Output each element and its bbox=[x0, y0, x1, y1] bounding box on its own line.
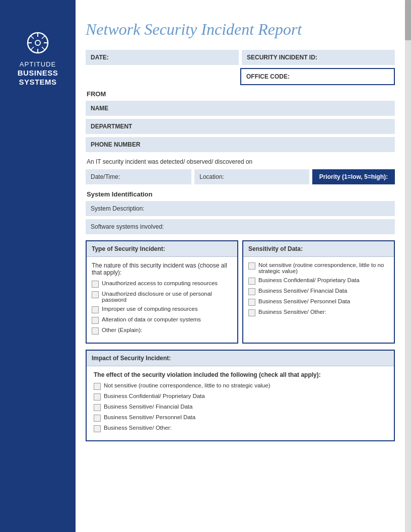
impact-checkbox-4: Business Sensitive/ Personnel Data bbox=[94, 414, 387, 422]
impact-checkbox-3: Business Sensitive/ Financial Data bbox=[94, 404, 387, 411]
i-checkbox-4[interactable] bbox=[94, 415, 101, 422]
type-label-1: Unauthorized access to computing resourc… bbox=[102, 280, 218, 286]
brand-aptitude: APTITUDE bbox=[18, 60, 58, 69]
scrollbar-thumb[interactable] bbox=[405, 0, 411, 40]
checkbox-2[interactable] bbox=[92, 291, 99, 298]
svg-line-6 bbox=[31, 36, 34, 39]
type-panel: Type of Security Incident: The nature of… bbox=[86, 240, 238, 344]
type-checkbox-4: Alteration of data or computer systems bbox=[92, 316, 232, 324]
svg-line-7 bbox=[42, 47, 45, 50]
type-label-5: Other (Explain): bbox=[102, 327, 143, 333]
s-checkbox-2[interactable] bbox=[248, 278, 255, 285]
impact-checkbox-5: Business Sensitive/ Other: bbox=[94, 425, 387, 432]
aptitude-icon bbox=[25, 30, 50, 55]
type-checkbox-2: Unauthorized disclosure or use of person… bbox=[92, 291, 232, 303]
sensitivity-label-5: Business Sensitive/ Other: bbox=[258, 309, 326, 315]
office-code-field[interactable]: OFFICE CODE: bbox=[240, 68, 395, 85]
main-content: Network Security Incident Report DATE: S… bbox=[76, 0, 405, 468]
name-field[interactable]: NAME bbox=[86, 101, 395, 116]
impact-panel: Impact of Security Incident: The effect … bbox=[86, 350, 395, 441]
type-checkbox-5: Other (Explain): bbox=[92, 327, 232, 335]
impact-checkbox-1: Not sensitive (routine correspondence, l… bbox=[94, 382, 387, 390]
impact-label-2: Business Confidential/ Proprietary Data bbox=[104, 393, 205, 399]
phone-row: PHONE NUMBER bbox=[86, 137, 395, 152]
impact-checkbox-2: Business Confidential/ Proprietary Data bbox=[94, 393, 387, 401]
name-row: NAME bbox=[86, 101, 395, 116]
svg-point-1 bbox=[35, 40, 40, 45]
software-systems-field[interactable]: Software systems involved: bbox=[86, 219, 395, 234]
type-label-4: Alteration of data or computer systems bbox=[102, 316, 201, 322]
type-label-2: Unauthorized disclosure or use of person… bbox=[102, 291, 232, 303]
svg-line-8 bbox=[42, 36, 45, 39]
sensitivity-label-4: Business Sensitive/ Personnel Data bbox=[258, 298, 350, 304]
type-checkbox-3: Improper use of computing resources bbox=[92, 306, 232, 313]
date-field[interactable]: DATE: bbox=[86, 50, 239, 65]
s-checkbox-4[interactable] bbox=[248, 299, 255, 306]
sensitivity-checkbox-4: Business Sensitive/ Personnel Data bbox=[248, 298, 389, 306]
effect-text: The effect of the security violation inc… bbox=[94, 371, 387, 378]
checkbox-4[interactable] bbox=[92, 317, 99, 324]
svg-line-9 bbox=[31, 47, 34, 50]
phone-field[interactable]: PHONE NUMBER bbox=[86, 137, 395, 152]
type-panel-body: The nature of this security incident was… bbox=[87, 257, 237, 343]
brand-text: APTITUDE BUSINESS SYSTEMS bbox=[18, 60, 58, 87]
date-incident-row: DATE: SECURITY INCIDENT ID: bbox=[86, 50, 395, 65]
brand-systems: SYSTEMS bbox=[18, 78, 58, 87]
department-field[interactable]: DEPARTMENT bbox=[86, 119, 395, 134]
sensitivity-panel-body: Not sensitive (routine correspondence, l… bbox=[243, 257, 394, 324]
page-title: Network Security Incident Report bbox=[86, 20, 395, 39]
sensitivity-checkbox-5: Business Sensitive/ Other: bbox=[248, 309, 389, 316]
system-description-field[interactable]: System Description: bbox=[86, 201, 395, 216]
detection-location-field[interactable]: Location: bbox=[194, 169, 309, 184]
i-checkbox-5[interactable] bbox=[94, 425, 101, 432]
sensitivity-label-3: Business Sensitive/ Financial Data bbox=[258, 288, 347, 294]
i-checkbox-3[interactable] bbox=[94, 404, 101, 411]
sidebar: APTITUDE BUSINESS SYSTEMS bbox=[0, 0, 76, 532]
impact-label-4: Business Sensitive/ Personnel Data bbox=[104, 414, 195, 420]
sensitivity-label-1: Not sensitive (routine correspondence, l… bbox=[258, 262, 389, 274]
office-code-row: OFFICE CODE: bbox=[86, 68, 395, 85]
nature-text: The nature of this security incident was… bbox=[92, 262, 232, 276]
impact-label-5: Business Sensitive/ Other: bbox=[104, 425, 172, 431]
impact-label-3: Business Sensitive/ Financial Data bbox=[104, 404, 192, 410]
sensitivity-checkbox-1: Not sensitive (routine correspondence, l… bbox=[248, 262, 389, 274]
impact-header: Impact of Security Incident: bbox=[87, 351, 394, 366]
sensitivity-checkbox-2: Business Confidential/ Proprietary Data bbox=[248, 277, 389, 285]
type-panel-header: Type of Security Incident: bbox=[87, 241, 237, 257]
impact-body: The effect of the security violation inc… bbox=[87, 366, 394, 440]
type-sensitivity-row: Type of Security Incident: The nature of… bbox=[86, 240, 395, 344]
sensitivity-label-2: Business Confidential/ Proprietary Data bbox=[258, 277, 360, 283]
s-checkbox-1[interactable] bbox=[248, 262, 255, 270]
incident-text: An IT security incident was detected/ ob… bbox=[87, 158, 395, 165]
scrollbar[interactable] bbox=[405, 0, 411, 532]
security-incident-id-field[interactable]: SECURITY INCIDENT ID: bbox=[242, 50, 395, 65]
i-checkbox-2[interactable] bbox=[94, 393, 101, 401]
checkbox-1[interactable] bbox=[92, 281, 99, 288]
sensitivity-checkbox-3: Business Sensitive/ Financial Data bbox=[248, 288, 389, 295]
department-row: DEPARTMENT bbox=[86, 119, 395, 134]
system-identification-label: System Identification bbox=[87, 190, 395, 198]
sensitivity-panel: Sensitivity of Data: Not sensitive (rout… bbox=[242, 240, 395, 344]
impact-label-1: Not sensitive (routine correspondence, l… bbox=[104, 382, 270, 388]
type-checkbox-1: Unauthorized access to computing resourc… bbox=[92, 280, 232, 288]
detection-row: Date/Time: Location: Priority (1=low, 5=… bbox=[86, 169, 395, 184]
s-checkbox-3[interactable] bbox=[248, 288, 255, 295]
type-label-3: Improper use of computing resources bbox=[102, 306, 197, 312]
priority-button[interactable]: Priority (1=low, 5=high): bbox=[312, 169, 395, 184]
s-checkbox-5[interactable] bbox=[248, 309, 255, 316]
from-label: FROM bbox=[87, 90, 395, 98]
sensitivity-panel-header: Sensitivity of Data: bbox=[243, 241, 394, 257]
detection-date-field[interactable]: Date/Time: bbox=[86, 169, 191, 184]
checkbox-3[interactable] bbox=[92, 306, 99, 313]
checkbox-5[interactable] bbox=[92, 327, 99, 335]
brand-business: BUSINESS bbox=[18, 69, 58, 78]
i-checkbox-1[interactable] bbox=[94, 383, 101, 390]
